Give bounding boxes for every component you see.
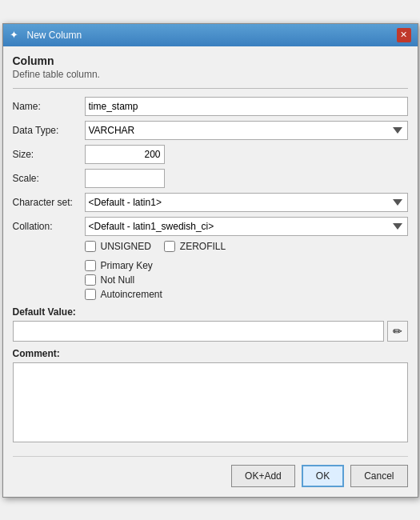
section-subtitle: Define table column. (13, 69, 408, 80)
datatype-row: Data Type: VARCHAR INT TEXT BIGINT DATET… (13, 121, 408, 140)
primary-key-row: Primary Key (85, 260, 408, 271)
edit-icon: ✏ (393, 325, 402, 338)
zerofill-checkbox-row: ZEROFILL (164, 241, 226, 252)
titlebar: ✦ New Column ✕ (3, 24, 418, 46)
new-column-dialog: ✦ New Column ✕ Column Define table colum… (2, 23, 418, 498)
cancel-button[interactable]: Cancel (350, 465, 407, 487)
button-row: OK+Add OK Cancel (13, 456, 408, 487)
ok-add-button[interactable]: OK+Add (231, 465, 295, 487)
size-label: Size: (13, 149, 85, 160)
size-input[interactable] (85, 145, 165, 164)
primary-key-label[interactable]: Primary Key (101, 260, 153, 271)
collation-label: Collation: (13, 221, 85, 232)
zerofill-label[interactable]: ZEROFILL (180, 241, 226, 252)
default-value-label: Default Value: (13, 306, 408, 318)
autoincrement-checkbox[interactable] (85, 289, 96, 300)
default-value-section: Default Value: ✏ (13, 306, 408, 342)
collation-row: Collation: <Default - latin1_swedish_ci>… (13, 217, 408, 236)
edit-button[interactable]: ✏ (387, 321, 408, 342)
dialog-body: Column Define table column. Name: Data T… (3, 46, 418, 497)
dialog-icon: ✦ (10, 29, 22, 42)
scale-row: Scale: (13, 169, 408, 188)
charset-row: Character set: <Default - latin1> utf8 u… (13, 193, 408, 212)
charset-select[interactable]: <Default - latin1> utf8 utf8mb4 latin1 (85, 193, 408, 212)
scale-label: Scale: (13, 173, 85, 184)
primary-key-checkbox[interactable] (85, 260, 96, 271)
not-null-checkbox[interactable] (85, 274, 96, 286)
unsigned-checkbox-row: UNSIGNED (85, 241, 151, 252)
datatype-label: Data Type: (13, 125, 85, 136)
unsigned-zerofill-row: UNSIGNED ZEROFILL (85, 241, 408, 255)
divider (13, 88, 408, 89)
not-null-label[interactable]: Not Null (101, 274, 135, 286)
not-null-row: Not Null (85, 274, 408, 286)
autoincrement-label[interactable]: Autoincrement (101, 289, 162, 300)
titlebar-left: ✦ New Column (10, 29, 82, 42)
default-value-input[interactable] (13, 321, 384, 342)
scale-input[interactable] (85, 169, 165, 188)
close-button[interactable]: ✕ (397, 28, 411, 42)
name-row: Name: (13, 97, 408, 116)
unsigned-checkbox[interactable] (85, 241, 96, 252)
comment-textarea[interactable] (13, 362, 408, 442)
unsigned-zerofill-section: UNSIGNED ZEROFILL Primary Key Not Null (85, 241, 408, 300)
unsigned-label[interactable]: UNSIGNED (101, 241, 151, 252)
dialog-title: New Column (27, 30, 82, 41)
datatype-select[interactable]: VARCHAR INT TEXT BIGINT DATETIME FLOAT D… (85, 121, 408, 140)
zerofill-checkbox[interactable] (164, 241, 175, 252)
size-row: Size: (13, 145, 408, 164)
default-value-row: ✏ (13, 321, 408, 342)
comment-section: Comment: (13, 348, 408, 445)
comment-label: Comment: (13, 348, 408, 359)
collation-select[interactable]: <Default - latin1_swedish_ci> utf8_gener… (85, 217, 408, 236)
ok-button[interactable]: OK (302, 465, 344, 487)
section-title: Column (13, 54, 408, 67)
charset-label: Character set: (13, 197, 85, 208)
name-label: Name: (13, 101, 85, 112)
name-input[interactable] (85, 97, 408, 116)
autoincrement-row: Autoincrement (85, 289, 408, 300)
